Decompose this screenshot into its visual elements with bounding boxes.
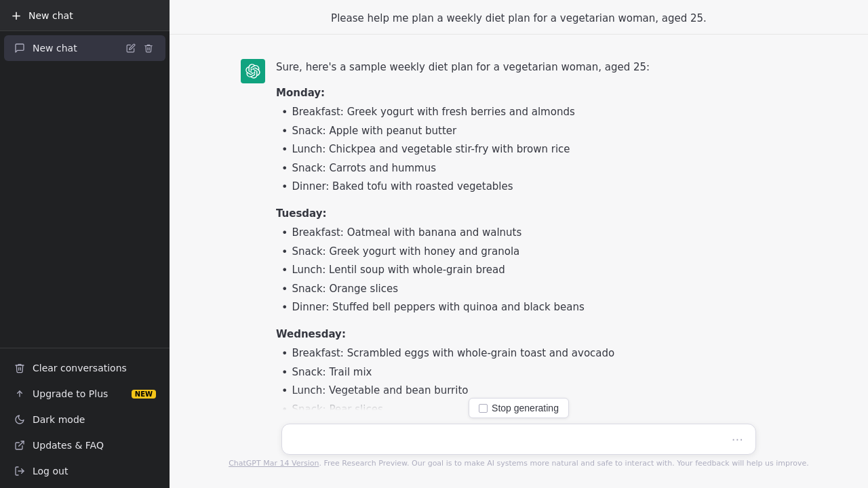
stop-generating-label: Stop generating xyxy=(492,403,559,413)
assistant-avatar xyxy=(241,59,265,83)
meal-item: •Dinner: Baked tofu with roasted vegetab… xyxy=(276,178,797,196)
updates-faq-button[interactable]: Updates & FAQ xyxy=(4,432,165,458)
meal-item: •Dinner: Stuffed bell peppers with quino… xyxy=(276,299,797,317)
clear-conversations-label: Clear conversations xyxy=(33,363,127,373)
upgrade-label: Upgrade to Plus xyxy=(33,388,108,399)
chat-icon xyxy=(14,42,26,54)
new-chat-top-label: New chat xyxy=(28,10,73,21)
logout-icon xyxy=(14,465,26,477)
meal-item: •Lunch: Chickpea and vegetable stir-fry … xyxy=(276,141,797,159)
plus-icon: + xyxy=(9,9,23,22)
trash-icon xyxy=(14,362,26,374)
meal-item: •Breakfast: Oatmeal with banana and waln… xyxy=(276,224,797,242)
moon-icon xyxy=(14,413,26,426)
edit-conversation-button[interactable] xyxy=(123,41,138,56)
meal-item: •Lunch: Lentil soup with whole-grain bre… xyxy=(276,262,797,279)
meal-item: •Snack: Orange slices xyxy=(276,281,797,298)
footer-link[interactable]: ChatGPT Mar 14 Version xyxy=(229,459,319,468)
day-tuesday: Tuesday: xyxy=(276,205,797,222)
day-monday: Monday: xyxy=(276,85,797,101)
sidebar: + New chat New chat xyxy=(0,0,170,488)
updates-faq-label: Updates & FAQ xyxy=(33,440,104,451)
dark-mode-button[interactable]: Dark mode xyxy=(4,407,165,432)
delete-conversation-button[interactable] xyxy=(141,41,156,56)
conversation-actions xyxy=(123,41,156,56)
upgrade-to-plus-button[interactable]: Upgrade to Plus NEW xyxy=(4,381,165,407)
new-chat-top-button[interactable]: + New chat xyxy=(0,0,170,31)
meal-item: •Breakfast: Greek yogurt with fresh berr… xyxy=(276,104,797,121)
meal-item: •Breakfast: Scrambled eggs with whole-gr… xyxy=(276,345,797,363)
day-wednesday: Wednesday: xyxy=(276,326,797,342)
footer-text: . Free Research Preview. Our goal is to … xyxy=(319,459,808,468)
user-message: Please help me plan a weekly diet plan f… xyxy=(170,0,868,35)
chat-input[interactable] xyxy=(292,431,729,447)
main-panel: Please help me plan a weekly diet plan f… xyxy=(170,0,868,488)
log-out-button[interactable]: Log out xyxy=(4,458,165,484)
clear-conversations-button[interactable]: Clear conversations xyxy=(4,355,165,381)
meal-item: •Snack: Apple with peanut butter xyxy=(276,123,797,140)
conversations-list: New chat xyxy=(0,31,170,345)
sidebar-bottom: Clear conversations Upgrade to Plus NEW … xyxy=(0,351,170,488)
assistant-message: Sure, here's a sample weekly diet plan f… xyxy=(227,48,810,449)
log-out-label: Log out xyxy=(33,466,68,476)
user-message-text: Please help me plan a weekly diet plan f… xyxy=(331,12,707,24)
new-badge: NEW xyxy=(132,390,156,399)
meal-item: •Snack: Greek yogurt with honey and gran… xyxy=(276,243,797,261)
upgrade-icon xyxy=(14,388,26,400)
stop-generating-wrap: Stop generating xyxy=(469,398,569,418)
svg-line-1 xyxy=(19,441,24,446)
input-options-icon[interactable]: ··· xyxy=(729,432,746,447)
input-box: ··· xyxy=(281,424,756,455)
dark-mode-label: Dark mode xyxy=(33,414,85,425)
sidebar-divider xyxy=(0,348,170,348)
meal-item: •Snack: Trail mix xyxy=(276,364,797,382)
footer-note: ChatGPT Mar 14 Version. Free Research Pr… xyxy=(229,459,809,468)
assistant-intro: Sure, here's a sample weekly diet plan f… xyxy=(276,59,797,75)
conversation-label: New chat xyxy=(33,43,123,54)
stop-generating-button[interactable]: Stop generating xyxy=(469,398,569,418)
external-link-icon xyxy=(14,439,26,451)
stop-checkbox-icon xyxy=(479,404,488,413)
assistant-content: Sure, here's a sample weekly diet plan f… xyxy=(276,59,797,439)
meal-item: •Snack: Carrots and hummus xyxy=(276,160,797,178)
input-area: Stop generating ··· ChatGPT Mar 14 Versi… xyxy=(170,391,868,488)
conversation-item[interactable]: New chat xyxy=(4,35,165,61)
